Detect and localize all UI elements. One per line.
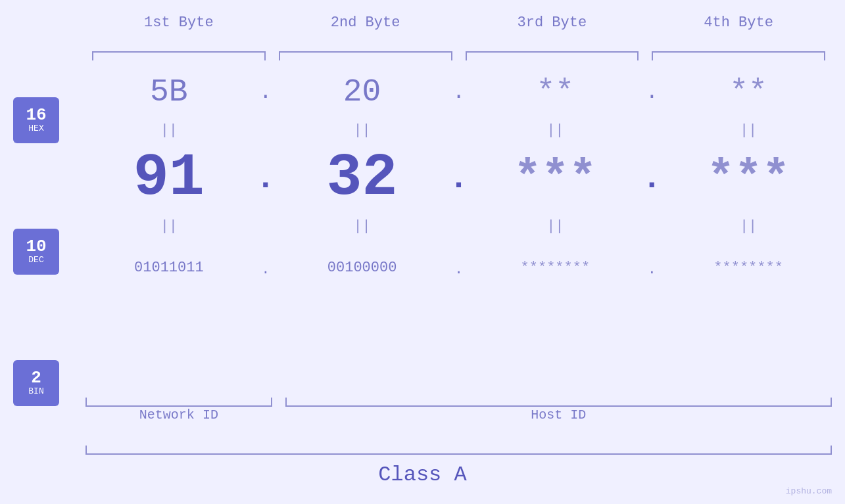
- bin-name: BIN: [28, 386, 43, 397]
- hex-b4: **: [665, 74, 832, 110]
- dec-dot-2: .: [446, 160, 472, 197]
- hex-dot-1: .: [253, 80, 279, 104]
- bin-dot-1: .: [253, 256, 279, 280]
- hex-number: 16: [26, 106, 46, 124]
- network-bracket: [85, 398, 272, 407]
- col-header-1: 1st Byte: [85, 14, 272, 31]
- eq-2-b1: ||: [85, 218, 253, 235]
- dec-dot-3: .: [639, 160, 665, 197]
- bin-b3: ********: [472, 260, 639, 276]
- hex-row: 5B . 20 . ** . **: [85, 66, 832, 118]
- dec-name: DEC: [28, 255, 43, 265]
- dec-dot-1: .: [253, 160, 279, 197]
- hex-badge: 16 HEX: [13, 97, 59, 143]
- hex-b1: 5B: [85, 74, 253, 110]
- eq-1-b1: ||: [85, 122, 253, 139]
- mega-bracket: [85, 446, 832, 455]
- eq-2-b4: ||: [665, 218, 832, 235]
- bin-badge: 2 BIN: [13, 360, 59, 406]
- hex-dot-3: .: [639, 80, 665, 104]
- dec-b3: ***: [472, 152, 639, 204]
- bracket-1: [92, 51, 266, 64]
- bin-dot-3: .: [639, 256, 665, 280]
- hex-dot-2: .: [446, 80, 472, 104]
- eq-2-b2: ||: [279, 218, 446, 235]
- dec-row: 91 . 32 . *** . ***: [85, 142, 832, 214]
- bin-number: 2: [31, 369, 41, 386]
- bin-row: 01011011 . 00100000 . ******** . *******…: [85, 238, 832, 297]
- hex-b2: 20: [279, 74, 446, 110]
- eq-2-b3: ||: [472, 218, 639, 235]
- bottom-brackets: [85, 398, 832, 407]
- dec-b2: 32: [279, 145, 446, 212]
- col-header-4: 4th Byte: [645, 14, 832, 31]
- main-container: 1st Byte 2nd Byte 3rd Byte 4th Byte 16 H…: [0, 0, 845, 504]
- bin-b2: 00100000: [279, 260, 446, 276]
- eq-row-2: || || || ||: [85, 214, 832, 238]
- base-labels: 16 HEX 10 DEC 2 BIN: [13, 97, 59, 406]
- bin-dot-2: .: [446, 256, 472, 280]
- host-id-label: Host ID: [285, 407, 832, 423]
- eq-row-1: || || || ||: [85, 118, 832, 142]
- column-headers: 1st Byte 2nd Byte 3rd Byte 4th Byte: [85, 14, 832, 31]
- bin-b4: ********: [665, 260, 832, 276]
- top-brackets: [85, 51, 832, 64]
- dec-b1: 91: [85, 145, 253, 212]
- hex-b3: **: [472, 74, 639, 110]
- eq-1-b2: ||: [279, 122, 446, 139]
- bin-b1: 01011011: [85, 260, 253, 276]
- dec-b4: ***: [665, 152, 832, 204]
- dec-number: 10: [26, 238, 46, 255]
- data-area: 5B . 20 . ** . ** || || || ||: [85, 66, 832, 297]
- network-id-label: Network ID: [85, 407, 272, 423]
- eq-1-b3: ||: [472, 122, 639, 139]
- bracket-2: [279, 51, 452, 64]
- watermark: ipshu.com: [786, 486, 832, 496]
- col-header-3: 3rd Byte: [459, 14, 646, 31]
- host-bracket: [285, 398, 832, 407]
- class-label: Class A: [0, 463, 845, 487]
- dec-badge: 10 DEC: [13, 229, 59, 275]
- bracket-4: [652, 51, 825, 64]
- bracket-3: [466, 51, 639, 64]
- eq-1-b4: ||: [665, 122, 832, 139]
- hex-name: HEX: [28, 124, 43, 134]
- id-labels: Network ID Host ID: [85, 407, 832, 423]
- col-header-2: 2nd Byte: [272, 14, 459, 31]
